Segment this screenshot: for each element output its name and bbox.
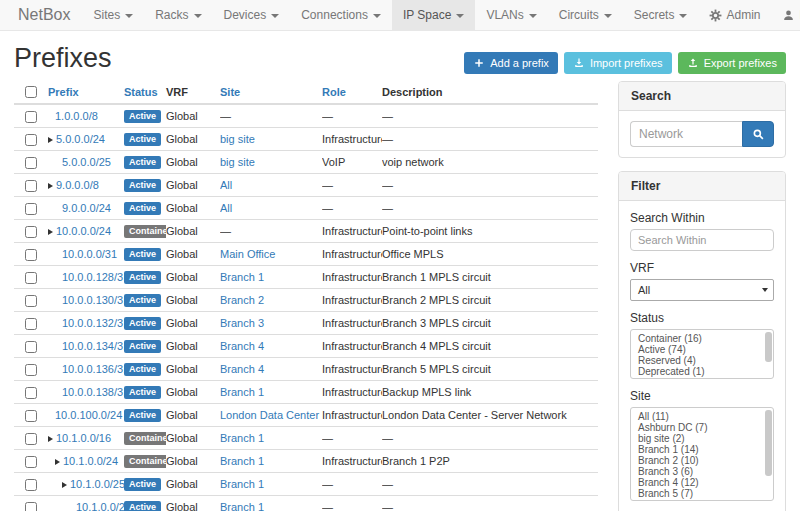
prefix-link[interactable]: 10.0.100.0/24 — [55, 409, 122, 421]
prefix-link[interactable]: 10.0.0.0/31 — [62, 248, 117, 260]
site-link[interactable]: Branch 1 — [220, 386, 264, 398]
nav-item-racks[interactable]: Racks — [144, 0, 212, 30]
import-prefixes-button[interactable]: Import prefixes — [564, 52, 672, 74]
nav-item-sites[interactable]: Sites — [82, 0, 144, 30]
row-checkbox[interactable] — [25, 226, 37, 238]
row-checkbox[interactable] — [25, 157, 37, 169]
vrf-cell: Global — [166, 243, 220, 266]
site-link[interactable]: Branch 1 — [220, 271, 264, 283]
site-link[interactable]: London Data Center — [220, 409, 319, 421]
listbox-option[interactable]: Container (16) — [631, 333, 773, 344]
search-input[interactable] — [630, 121, 742, 147]
row-checkbox[interactable] — [25, 180, 37, 192]
export-prefixes-button[interactable]: Export prefixes — [678, 52, 786, 74]
prefix-link[interactable]: 5.0.0.0/24 — [56, 133, 105, 145]
row-checkbox[interactable] — [25, 203, 37, 215]
prefix-link[interactable]: 5.0.0.0/25 — [62, 156, 111, 168]
nav-item-devices[interactable]: Devices — [213, 0, 291, 30]
status-filter-listbox[interactable]: Container (16)Active (74)Reserved (4)Dep… — [630, 329, 774, 379]
vrf-select[interactable]: All — [630, 279, 774, 301]
site-link[interactable]: Branch 1 — [220, 455, 264, 467]
prefix-link[interactable]: 10.1.0.0/25 — [70, 478, 124, 490]
row-checkbox[interactable] — [25, 111, 37, 123]
row-checkbox[interactable] — [25, 479, 37, 491]
scrollbar-thumb[interactable] — [765, 332, 772, 362]
listbox-option[interactable]: Branch 1 (14) — [631, 444, 773, 455]
nav-item-ip-space[interactable]: IP Space — [392, 0, 475, 30]
listbox-option[interactable]: All (11) — [631, 411, 773, 422]
row-checkbox[interactable] — [25, 134, 37, 146]
prefix-link[interactable]: 10.0.0.130/31 — [62, 294, 124, 306]
prefix-link[interactable]: 10.0.0.134/31 — [62, 340, 124, 352]
nav-user-profile[interactable]: Profile — [771, 0, 800, 30]
listbox-option[interactable]: COLO-1-2A (3) — [631, 499, 773, 501]
row-checkbox[interactable] — [25, 272, 37, 284]
row-checkbox[interactable] — [25, 249, 37, 261]
prefix-link[interactable]: 10.1.0.0/26 — [76, 501, 124, 511]
site-link[interactable]: Branch 2 — [220, 294, 264, 306]
status-badge: Active — [124, 271, 161, 284]
listbox-option[interactable]: Reserved (4) — [631, 355, 773, 366]
prefix-link[interactable]: 10.0.0.0/24 — [56, 225, 111, 237]
nav-item-connections[interactable]: Connections — [290, 0, 392, 30]
site-cell: — — [220, 220, 322, 243]
prefix-link[interactable]: 9.0.0.0/24 — [62, 202, 111, 214]
row-checkbox[interactable] — [25, 318, 37, 330]
nav-item-vlans[interactable]: VLANs — [475, 0, 547, 30]
site-link[interactable]: big site — [220, 156, 255, 168]
vrf-cell: Global — [166, 151, 220, 174]
search-button[interactable] — [742, 121, 774, 147]
listbox-option[interactable]: Branch 3 (6) — [631, 466, 773, 477]
sort-link-prefix[interactable]: Prefix — [48, 86, 79, 98]
prefix-link[interactable]: 10.0.0.136/31 — [62, 363, 124, 375]
prefix-link[interactable]: 10.0.0.132/31 — [62, 317, 124, 329]
select-all-checkbox[interactable] — [25, 86, 37, 98]
site-link[interactable]: big site — [220, 133, 255, 145]
role-cell: Infrastructure — [322, 243, 382, 266]
sort-link-status[interactable]: Status — [124, 86, 158, 98]
scrollbar-thumb[interactable] — [765, 410, 772, 476]
prefix-link[interactable]: 9.0.0.0/8 — [56, 179, 99, 191]
row-checkbox[interactable] — [25, 410, 37, 422]
prefix-link[interactable]: 10.1.0.0/16 — [56, 432, 111, 444]
site-filter-listbox[interactable]: All (11)Ashburn DC (7)big site (2)Branch… — [630, 407, 774, 501]
navbar-brand[interactable]: NetBox — [6, 0, 82, 30]
nav-item-circuits[interactable]: Circuits — [548, 0, 623, 30]
listbox-option[interactable]: Ashburn DC (7) — [631, 422, 773, 433]
nav-user-admin[interactable]: Admin — [698, 0, 771, 30]
expand-caret-icon — [48, 183, 53, 189]
listbox-option[interactable]: Branch 2 (10) — [631, 455, 773, 466]
row-checkbox[interactable] — [25, 433, 37, 445]
listbox-option[interactable]: big site (2) — [631, 433, 773, 444]
site-link[interactable]: All — [220, 202, 232, 214]
site-link[interactable]: Branch 3 — [220, 317, 264, 329]
row-checkbox[interactable] — [25, 387, 37, 399]
site-link[interactable]: Branch 1 — [220, 501, 264, 511]
row-checkbox[interactable] — [25, 364, 37, 376]
row-checkbox[interactable] — [25, 295, 37, 307]
row-checkbox[interactable] — [25, 502, 37, 511]
site-link[interactable]: All — [220, 179, 232, 191]
search-within-input[interactable] — [630, 229, 774, 251]
prefix-link[interactable]: 10.1.0.0/24 — [63, 455, 118, 467]
listbox-option[interactable]: Branch 5 (7) — [631, 488, 773, 499]
prefix-link[interactable]: 1.0.0.0/8 — [55, 110, 98, 122]
prefix-link[interactable]: 10.0.0.138/31 — [62, 386, 124, 398]
site-link[interactable]: Branch 1 — [220, 432, 264, 444]
row-checkbox[interactable] — [25, 341, 37, 353]
site-link[interactable]: Branch 4 — [220, 340, 264, 352]
site-link[interactable]: Branch 4 — [220, 363, 264, 375]
listbox-option[interactable]: Deprecated (1) — [631, 366, 773, 377]
listbox-option[interactable]: Active (74) — [631, 344, 773, 355]
site-link[interactable]: Branch 1 — [220, 478, 264, 490]
site-link[interactable]: Main Office — [220, 248, 275, 260]
sort-link-role[interactable]: Role — [322, 86, 346, 98]
prefix-link[interactable]: 10.0.0.128/31 — [62, 271, 124, 283]
add-a-prefix-button[interactable]: Add a prefix — [464, 52, 558, 74]
sort-link-site[interactable]: Site — [220, 86, 240, 98]
listbox-option[interactable]: Branch 4 (12) — [631, 477, 773, 488]
nav-item-secrets[interactable]: Secrets — [623, 0, 699, 30]
site-cell: Branch 1 — [220, 381, 322, 404]
description-cell: Branch 1 MPLS circuit — [382, 266, 598, 289]
row-checkbox[interactable] — [25, 456, 37, 468]
